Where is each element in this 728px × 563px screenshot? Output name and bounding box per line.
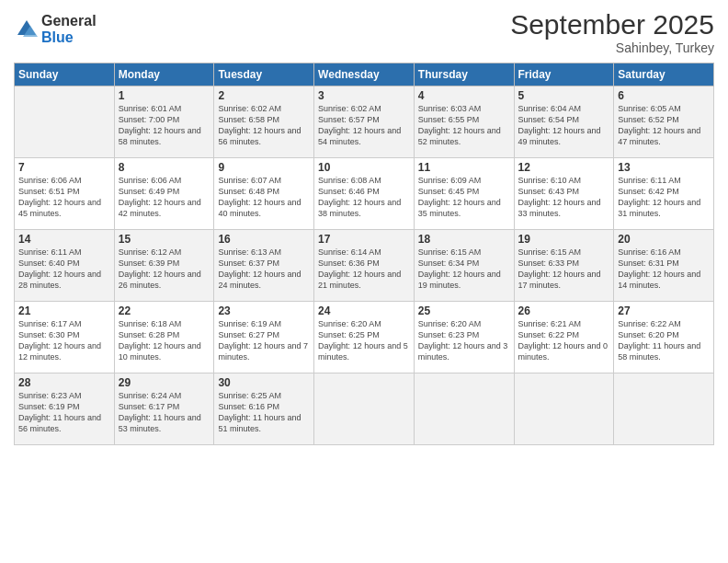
calendar-cell-3-6: 19 Sunrise: 6:15 AMSunset: 6:33 PMDaylig… bbox=[514, 230, 614, 302]
day-number: 12 bbox=[518, 161, 610, 174]
page: General Blue September 2025 Sahinbey, Tu… bbox=[0, 0, 728, 563]
calendar-table: Sunday Monday Tuesday Wednesday Thursday… bbox=[14, 63, 714, 445]
header-thursday: Thursday bbox=[414, 63, 514, 86]
day-number: 28 bbox=[18, 376, 110, 389]
day-number: 20 bbox=[618, 233, 710, 246]
logo-general: General bbox=[41, 13, 97, 29]
day-number: 30 bbox=[218, 376, 310, 389]
calendar-header: Sunday Monday Tuesday Wednesday Thursday… bbox=[15, 63, 714, 86]
day-number: 23 bbox=[218, 304, 310, 317]
day-number: 26 bbox=[518, 304, 610, 317]
day-number: 5 bbox=[518, 89, 610, 102]
day-info: Sunrise: 6:16 AMSunset: 6:31 PMDaylight:… bbox=[618, 247, 700, 290]
calendar-cell-2-5: 11 Sunrise: 6:09 AMSunset: 6:45 PMDaylig… bbox=[414, 158, 514, 230]
calendar-week-1: 1 Sunrise: 6:01 AMSunset: 7:00 PMDayligh… bbox=[15, 86, 714, 158]
day-info: Sunrise: 6:02 AMSunset: 6:57 PMDaylight:… bbox=[318, 104, 401, 146]
day-info: Sunrise: 6:01 AMSunset: 7:00 PMDaylight:… bbox=[119, 104, 201, 146]
calendar-cell-3-1: 14 Sunrise: 6:11 AMSunset: 6:40 PMDaylig… bbox=[15, 230, 115, 302]
day-number: 16 bbox=[218, 233, 310, 246]
day-info: Sunrise: 6:20 AMSunset: 6:23 PMDaylight:… bbox=[418, 319, 508, 362]
day-info: Sunrise: 6:17 AMSunset: 6:30 PMDaylight:… bbox=[18, 319, 101, 362]
day-number: 4 bbox=[418, 89, 510, 102]
calendar-cell-2-2: 8 Sunrise: 6:06 AMSunset: 6:49 PMDayligh… bbox=[114, 158, 214, 230]
day-number: 18 bbox=[418, 233, 510, 246]
day-number: 24 bbox=[318, 304, 410, 317]
calendar-cell-5-5 bbox=[414, 373, 514, 445]
day-number: 17 bbox=[318, 233, 410, 246]
day-info: Sunrise: 6:10 AMSunset: 6:43 PMDaylight:… bbox=[518, 176, 601, 218]
header-saturday: Saturday bbox=[614, 63, 714, 86]
day-info: Sunrise: 6:14 AMSunset: 6:36 PMDaylight:… bbox=[318, 247, 401, 290]
day-number: 13 bbox=[618, 161, 710, 174]
calendar-cell-2-1: 7 Sunrise: 6:06 AMSunset: 6:51 PMDayligh… bbox=[15, 158, 115, 230]
month-title: September 2025 bbox=[510, 9, 714, 40]
calendar-week-2: 7 Sunrise: 6:06 AMSunset: 6:51 PMDayligh… bbox=[15, 158, 714, 230]
subtitle: Sahinbey, Turkey bbox=[510, 40, 714, 55]
calendar-cell-2-7: 13 Sunrise: 6:11 AMSunset: 6:42 PMDaylig… bbox=[614, 158, 714, 230]
title-area: September 2025 Sahinbey, Turkey bbox=[510, 9, 714, 55]
day-number: 11 bbox=[418, 161, 510, 174]
calendar-cell-2-6: 12 Sunrise: 6:10 AMSunset: 6:43 PMDaylig… bbox=[514, 158, 614, 230]
calendar-cell-5-1: 28 Sunrise: 6:23 AMSunset: 6:19 PMDaylig… bbox=[15, 373, 115, 445]
calendar-cell-3-4: 17 Sunrise: 6:14 AMSunset: 6:36 PMDaylig… bbox=[314, 230, 415, 302]
day-number: 10 bbox=[318, 161, 410, 174]
day-info: Sunrise: 6:25 AMSunset: 6:16 PMDaylight:… bbox=[218, 391, 301, 433]
day-info: Sunrise: 6:18 AMSunset: 6:28 PMDaylight:… bbox=[119, 319, 201, 362]
header-wednesday: Wednesday bbox=[314, 63, 415, 86]
day-info: Sunrise: 6:05 AMSunset: 6:52 PMDaylight:… bbox=[618, 104, 700, 146]
calendar-cell-1-4: 3 Sunrise: 6:02 AMSunset: 6:57 PMDayligh… bbox=[314, 86, 415, 158]
calendar-cell-4-6: 26 Sunrise: 6:21 AMSunset: 6:22 PMDaylig… bbox=[514, 302, 614, 373]
day-info: Sunrise: 6:11 AMSunset: 6:40 PMDaylight:… bbox=[18, 247, 101, 290]
calendar-cell-4-1: 21 Sunrise: 6:17 AMSunset: 6:30 PMDaylig… bbox=[15, 302, 115, 373]
calendar-cell-4-2: 22 Sunrise: 6:18 AMSunset: 6:28 PMDaylig… bbox=[114, 302, 214, 373]
day-number: 7 bbox=[18, 161, 110, 174]
calendar-week-4: 21 Sunrise: 6:17 AMSunset: 6:30 PMDaylig… bbox=[15, 302, 714, 373]
calendar-cell-5-4 bbox=[314, 373, 415, 445]
calendar-cell-1-6: 5 Sunrise: 6:04 AMSunset: 6:54 PMDayligh… bbox=[514, 86, 614, 158]
day-info: Sunrise: 6:24 AMSunset: 6:17 PMDaylight:… bbox=[119, 391, 201, 433]
day-info: Sunrise: 6:08 AMSunset: 6:46 PMDaylight:… bbox=[318, 176, 401, 218]
day-number: 22 bbox=[119, 304, 210, 317]
day-info: Sunrise: 6:20 AMSunset: 6:25 PMDaylight:… bbox=[318, 319, 408, 362]
calendar-week-3: 14 Sunrise: 6:11 AMSunset: 6:40 PMDaylig… bbox=[15, 230, 714, 302]
day-number: 27 bbox=[618, 304, 710, 317]
header-sunday: Sunday bbox=[15, 63, 115, 86]
day-info: Sunrise: 6:12 AMSunset: 6:39 PMDaylight:… bbox=[119, 247, 201, 290]
day-info: Sunrise: 6:03 AMSunset: 6:55 PMDaylight:… bbox=[418, 104, 501, 146]
day-number: 21 bbox=[18, 304, 110, 317]
header-monday: Monday bbox=[114, 63, 214, 86]
logo-icon bbox=[14, 17, 40, 42]
day-number: 9 bbox=[218, 161, 310, 174]
calendar-cell-5-3: 30 Sunrise: 6:25 AMSunset: 6:16 PMDaylig… bbox=[214, 373, 314, 445]
logo-blue: Blue bbox=[41, 29, 97, 46]
day-number: 25 bbox=[418, 304, 510, 317]
calendar-cell-1-5: 4 Sunrise: 6:03 AMSunset: 6:55 PMDayligh… bbox=[414, 86, 514, 158]
calendar-cell-2-3: 9 Sunrise: 6:07 AMSunset: 6:48 PMDayligh… bbox=[214, 158, 314, 230]
calendar-cell-2-4: 10 Sunrise: 6:08 AMSunset: 6:46 PMDaylig… bbox=[314, 158, 415, 230]
day-info: Sunrise: 6:19 AMSunset: 6:27 PMDaylight:… bbox=[218, 319, 308, 362]
calendar-cell-5-7 bbox=[614, 373, 714, 445]
calendar-cell-3-7: 20 Sunrise: 6:16 AMSunset: 6:31 PMDaylig… bbox=[614, 230, 714, 302]
day-number: 6 bbox=[618, 89, 710, 102]
calendar-cell-5-6 bbox=[514, 373, 614, 445]
day-info: Sunrise: 6:13 AMSunset: 6:37 PMDaylight:… bbox=[218, 247, 301, 290]
day-info: Sunrise: 6:15 AMSunset: 6:34 PMDaylight:… bbox=[418, 247, 501, 290]
day-info: Sunrise: 6:22 AMSunset: 6:20 PMDaylight:… bbox=[618, 319, 700, 362]
header-friday: Friday bbox=[514, 63, 614, 86]
logo-text: General Blue bbox=[41, 13, 97, 45]
day-info: Sunrise: 6:06 AMSunset: 6:49 PMDaylight:… bbox=[119, 176, 201, 218]
calendar-cell-3-5: 18 Sunrise: 6:15 AMSunset: 6:34 PMDaylig… bbox=[414, 230, 514, 302]
calendar-cell-3-2: 15 Sunrise: 6:12 AMSunset: 6:39 PMDaylig… bbox=[114, 230, 214, 302]
header-tuesday: Tuesday bbox=[214, 63, 314, 86]
day-number: 8 bbox=[119, 161, 210, 174]
calendar-cell-1-3: 2 Sunrise: 6:02 AMSunset: 6:58 PMDayligh… bbox=[214, 86, 314, 158]
day-info: Sunrise: 6:23 AMSunset: 6:19 PMDaylight:… bbox=[18, 391, 101, 433]
day-number: 14 bbox=[18, 233, 110, 246]
calendar-cell-4-5: 25 Sunrise: 6:20 AMSunset: 6:23 PMDaylig… bbox=[414, 302, 514, 373]
calendar-cell-4-4: 24 Sunrise: 6:20 AMSunset: 6:25 PMDaylig… bbox=[314, 302, 415, 373]
day-number: 2 bbox=[218, 89, 310, 102]
calendar-cell-1-7: 6 Sunrise: 6:05 AMSunset: 6:52 PMDayligh… bbox=[614, 86, 714, 158]
calendar-cell-3-3: 16 Sunrise: 6:13 AMSunset: 6:37 PMDaylig… bbox=[214, 230, 314, 302]
day-number: 19 bbox=[518, 233, 610, 246]
calendar-week-5: 28 Sunrise: 6:23 AMSunset: 6:19 PMDaylig… bbox=[15, 373, 714, 445]
